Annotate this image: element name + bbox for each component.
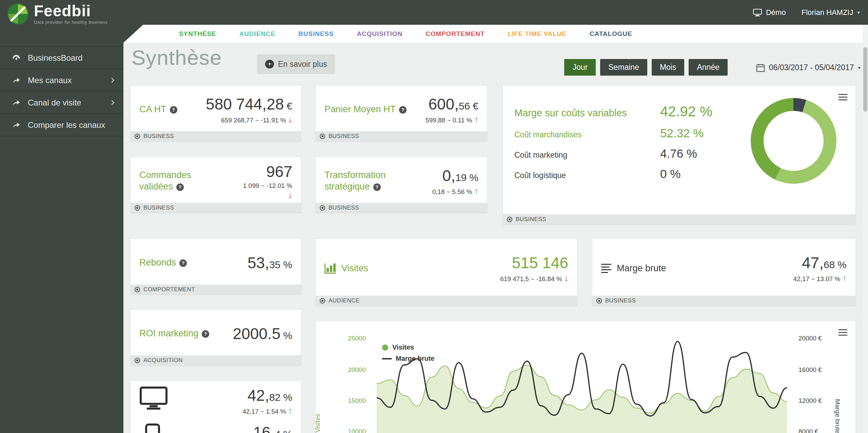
kpi-unit: % — [837, 259, 847, 270]
kpi-value-decimals: 68 — [824, 259, 835, 270]
trend-up-icon: ↑ — [288, 406, 293, 415]
margin-row-label: Coût logistique — [514, 171, 660, 180]
mobile-icon — [145, 423, 160, 433]
card-rebonds: Rebonds? 53,35% COMPORTEMENT — [131, 239, 301, 294]
help-icon[interactable]: ? — [176, 183, 184, 191]
chevron-down-icon: ▾ — [857, 9, 860, 16]
tab-catalogue[interactable]: CATALOGUE — [578, 30, 644, 38]
chart-menu-icon[interactable] — [839, 94, 847, 100]
donut-hole — [764, 111, 824, 171]
tab-audience[interactable]: AUDIENCE — [228, 30, 287, 38]
card-category: BUSINESS — [316, 203, 487, 213]
user-name: Florian HAMZIJ — [802, 8, 853, 17]
sidebar: BusinessBoard Mes canaux › Canal de visi… — [0, 25, 123, 433]
kpi-value-decimals: 19 — [455, 172, 467, 183]
y-axis-tick: 25000 — [333, 335, 366, 342]
kpi-value-decimals: 56 — [459, 100, 470, 112]
trend-up-icon: ↑ — [474, 115, 479, 124]
kpi-value: 967 — [266, 163, 292, 180]
trend-up-icon: ↑ — [474, 186, 479, 196]
sidebar-item-label: Comparer les canaux — [28, 120, 105, 130]
period-mois-button[interactable]: Mois — [652, 59, 685, 76]
category-label: BUSINESS — [143, 133, 174, 140]
kpi-previous: 42,17 ~ 13.07 % — [793, 275, 841, 282]
kpi-previous: 0,18 ~ 5.56 % — [432, 188, 472, 195]
kpi-value: 53, — [248, 254, 269, 272]
kpi-value: 47, — [802, 254, 824, 272]
sidebar-item-canal-de-visite[interactable]: Canal de visite › — [0, 92, 123, 114]
category-icon — [596, 298, 602, 303]
card-title: Panier Moyen HT — [324, 104, 396, 114]
period-jour-button[interactable]: Jour — [564, 59, 596, 76]
chevron-right-icon: › — [111, 95, 115, 108]
chevron-down-icon: ▾ — [858, 65, 861, 71]
category-icon — [135, 205, 140, 211]
card-commandes-validees: Commandes validées? 967 1 099 ~ -12.01 %… — [131, 157, 301, 213]
y-axis-tick: 15000 — [333, 397, 366, 405]
category-icon — [320, 134, 325, 139]
margin-donut-chart — [751, 98, 836, 184]
demo-switch[interactable]: Démo — [753, 8, 786, 17]
category-label: COMPORTEMENT — [143, 286, 195, 293]
kpi-previous: 599,88 ~ 0.11 % — [426, 117, 472, 124]
category-icon — [135, 358, 140, 363]
sidebar-item-label: Mes canaux — [28, 76, 72, 85]
category-label: BUSINESS — [329, 204, 359, 211]
margin-row-label: Coût marketing — [514, 151, 660, 160]
sidebar-item-mes-canaux[interactable]: Mes canaux › — [0, 69, 123, 92]
card-category: AUDIENCE — [316, 296, 577, 306]
tab-synthese[interactable]: SYNTHÈSE — [167, 30, 228, 38]
kpi-unit: % — [283, 330, 292, 341]
kpi-previous: 1 099 ~ -12.01 % — [243, 182, 292, 189]
topbar: Démo Florian HAMZIJ ▾ — [0, 0, 868, 25]
period-semaine-button[interactable]: Semaine — [600, 59, 647, 76]
channel-arrow-icon — [12, 120, 21, 130]
card-category: BUSINESS — [503, 214, 855, 224]
tab-business[interactable]: BUSINESS — [287, 30, 345, 38]
date-range-picker[interactable]: 06/03/2017 - 05/04/2017 ▾ — [756, 63, 861, 72]
sidebar-item-businessboard[interactable]: BusinessBoard — [0, 47, 123, 69]
margin-row-label: Marge sur coûts variables — [514, 107, 660, 119]
user-menu[interactable]: Florian HAMZIJ ▾ — [802, 8, 860, 17]
help-icon[interactable]: ? — [170, 106, 177, 114]
period-annee-button[interactable]: Année — [689, 59, 728, 76]
kpi-unit: % — [283, 259, 292, 270]
plus-icon: + — [265, 60, 274, 68]
kpi-value: 0, — [442, 167, 455, 184]
kpi-previous: 619 471,5 ~ -16.84 % — [500, 275, 562, 282]
card-category: BUSINESS — [592, 296, 855, 306]
help-icon[interactable]: ? — [399, 106, 407, 114]
tab-comportement[interactable]: COMPORTEMENT — [414, 30, 496, 38]
feedbii-logo-icon — [7, 3, 28, 24]
learn-more-label: En savoir plus — [278, 60, 327, 69]
y-axis-tick: 12000 € — [798, 397, 839, 405]
tab-life-time-value[interactable]: LIFE TIME VALUE — [496, 30, 578, 38]
sidebar-item-comparer-les-canaux[interactable]: Comparer les canaux — [0, 114, 123, 136]
y-axis-tick: 8000 € — [798, 428, 839, 433]
main-nav-tabs: SYNTHÈSE AUDIENCE BUSINESS ACQUISITION C… — [123, 25, 868, 43]
y-axis-tick: 20000 € — [798, 335, 839, 342]
kpi-value-decimals: 82 — [269, 392, 280, 403]
card-panier-moyen: Panier Moyen HT? 600,56€ 599,88 ~ 0.11 %… — [316, 86, 487, 141]
trend-down-icon: ↓ — [245, 190, 292, 200]
kpi-unit: % — [283, 392, 292, 403]
tab-acquisition[interactable]: ACQUISITION — [345, 30, 414, 38]
calendar-icon — [756, 63, 765, 72]
margin-row-label: Coût marchandises — [514, 130, 660, 139]
category-icon — [320, 205, 325, 211]
scrollbar-thumb[interactable] — [863, 47, 867, 112]
margin-row-value: 0 % — [660, 167, 855, 181]
date-range-value: 06/03/2017 - 05/04/2017 — [769, 63, 854, 72]
help-icon[interactable]: ? — [179, 259, 187, 267]
kpi-value-decimals: 4 — [275, 429, 281, 433]
trend-down-icon: ↓ — [288, 115, 293, 124]
chart-menu-icon[interactable] — [839, 329, 847, 336]
scrollbar-track[interactable] — [863, 25, 868, 433]
help-icon[interactable]: ? — [373, 183, 381, 191]
kpi-unit: € — [473, 100, 478, 112]
learn-more-button[interactable]: + En savoir plus — [257, 54, 335, 74]
channel-arrow-icon — [12, 76, 21, 85]
help-icon[interactable]: ? — [202, 330, 209, 338]
y-axis-label-left: Visites — [314, 414, 321, 433]
category-icon — [135, 287, 140, 292]
